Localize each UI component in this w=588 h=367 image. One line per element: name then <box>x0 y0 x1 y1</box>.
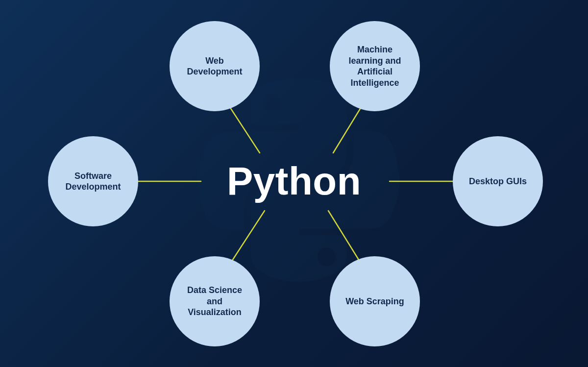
node-label: Desktop GUIs <box>469 176 527 187</box>
node-label: Data Science and Visualization <box>187 285 242 318</box>
node-web-development: Web Development <box>170 21 260 111</box>
node-ml-ai: Machine learning and Artificial Intellig… <box>330 21 420 111</box>
node-label: Software Development <box>65 171 121 193</box>
connector-line <box>233 211 265 260</box>
connector-line <box>333 109 360 153</box>
node-desktop-guis: Desktop GUIs <box>453 136 543 226</box>
diagram-center-label: Python <box>227 159 361 204</box>
node-software-development: Software Development <box>48 136 138 226</box>
connector-line <box>328 211 359 260</box>
node-web-scraping: Web Scraping <box>330 256 420 346</box>
diagram-stage: Python Web DevelopmentMachine learning a… <box>0 0 588 367</box>
node-label: Web Development <box>187 55 242 77</box>
connector-line <box>230 108 260 153</box>
node-label: Machine learning and Artificial Intellig… <box>348 44 401 88</box>
node-data-science: Data Science and Visualization <box>170 256 260 346</box>
node-label: Web Scraping <box>345 296 404 307</box>
